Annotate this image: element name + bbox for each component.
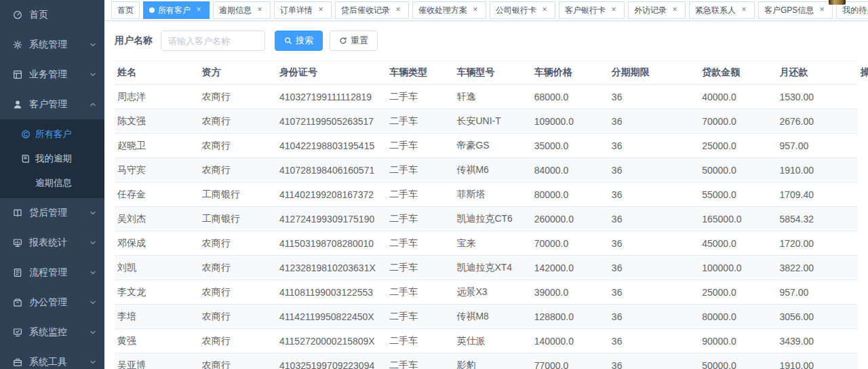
- cell-vehicle_price: 128800.0: [532, 305, 609, 329]
- tab-label: 催收处理方案: [418, 5, 467, 16]
- office-icon: [12, 297, 23, 308]
- cell-term: 36: [609, 158, 699, 182]
- cell-loan_amount: 80000.0: [699, 305, 776, 329]
- sidebar-item[interactable]: 办公管理: [0, 288, 104, 317]
- cell-vehicle_model: 凯迪拉克XT4: [454, 256, 531, 280]
- cell-loan_amount: 25000.0: [699, 280, 776, 305]
- tab[interactable]: 贷后催收记录×: [335, 1, 409, 19]
- sidebar-item[interactable]: 所有客户: [0, 122, 104, 147]
- openbook-icon: [12, 208, 23, 218]
- cell-name: 陈文强: [115, 109, 199, 134]
- tab[interactable]: 逾期信息×: [213, 1, 271, 19]
- cell-vehicle_price: 260000.0: [532, 207, 609, 231]
- sidebar-submenu: 所有客户我的逾期逾期信息: [0, 119, 104, 198]
- tab-label: 公司银行卡: [496, 5, 536, 16]
- tab[interactable]: 客户银行卡×: [559, 1, 625, 19]
- close-icon[interactable]: ×: [255, 5, 264, 15]
- tab[interactable]: 紧急联系人×: [689, 1, 755, 19]
- cell-id_number: 411503198708280010: [277, 231, 387, 256]
- sidebar-item-label: 报表统计: [29, 237, 67, 249]
- tab-label: 客户GPS信息: [764, 5, 814, 16]
- tab[interactable]: 订单详情×: [274, 1, 332, 19]
- column-header: 贷款金额: [699, 61, 776, 85]
- home-icon: [12, 9, 23, 20]
- tab[interactable]: 首页: [111, 1, 140, 19]
- close-icon[interactable]: ×: [739, 5, 749, 15]
- cell-vehicle_price: 84000.0: [532, 158, 609, 182]
- sidebar-item[interactable]: 客户管理: [0, 90, 104, 119]
- cell-term: 36: [609, 207, 699, 231]
- cell-funder: 农商行: [199, 231, 277, 256]
- cell-vehicle_type: 二手车: [387, 329, 454, 353]
- cell-id_number: 41142119950822450X: [277, 305, 387, 329]
- chevron-down-icon: [90, 299, 96, 306]
- cell-term: 36: [609, 109, 699, 134]
- close-icon[interactable]: ×: [670, 5, 679, 15]
- close-icon[interactable]: ×: [393, 5, 403, 15]
- cell-monthly_payment: 1530.00: [776, 85, 858, 109]
- cell-funder: 农商行: [199, 305, 277, 329]
- sidebar-item[interactable]: 我的逾期: [0, 147, 104, 171]
- customer-table: 姓名资方身份证号车辆类型车辆型号车辆价格分期期限贷款金额月还款操作 周志洋农商行…: [115, 60, 858, 369]
- cell-vehicle_model: 影豹: [454, 353, 531, 369]
- cell-vehicle_price: 80000.0: [532, 182, 609, 207]
- sidebar: 首页系统管理业务管理客户管理所有客户我的逾期逾期信息贷后管理报表统计流程管理办公…: [0, 0, 104, 369]
- tab[interactable]: 催收处理方案×: [412, 1, 486, 19]
- cell-term: 36: [609, 329, 699, 353]
- close-icon[interactable]: ×: [817, 5, 827, 15]
- sidebar-item[interactable]: 系统管理: [0, 30, 104, 60]
- sidebar-item-label: 我的逾期: [35, 153, 72, 165]
- cell-term: 36: [609, 280, 699, 305]
- sidebar-item-label: 贷后管理: [29, 207, 67, 219]
- cell-monthly_payment: 957.00: [776, 134, 858, 158]
- table-row: 刘凯农商行41232819810203631X二手车凯迪拉克XT4142000.…: [115, 256, 858, 280]
- sidebar-item[interactable]: 报表统计: [0, 228, 104, 258]
- sidebar-item[interactable]: 系统工具: [0, 347, 104, 369]
- tab-label: 首页: [117, 5, 134, 16]
- column-header: 姓名: [115, 61, 199, 85]
- sidebar-item[interactable]: 逾期信息: [0, 171, 104, 195]
- search-form: 用户名称 搜索 重置: [115, 31, 858, 51]
- close-icon[interactable]: ×: [540, 5, 549, 15]
- table-row: 李培农商行41142119950822450X二手车传祺M8128800.036…: [115, 305, 858, 329]
- sidebar-item[interactable]: 首页: [0, 0, 104, 30]
- cell-id_number: 41232819810203631X: [277, 256, 387, 280]
- cell-vehicle_model: 长安UNI-T: [454, 109, 531, 134]
- cell-id_number: 411081199003122553: [277, 280, 387, 305]
- close-icon[interactable]: ×: [471, 5, 480, 15]
- tab[interactable]: 所有客户×: [143, 1, 210, 19]
- chevron-down-icon: [90, 329, 96, 336]
- icon-placeholder: [21, 178, 31, 188]
- sidebar-item[interactable]: 贷后管理: [0, 198, 104, 228]
- cell-monthly_payment: 3822.00: [776, 256, 858, 280]
- process-icon: [12, 267, 23, 278]
- tab-label: 客户银行卡: [565, 5, 606, 16]
- monitor-icon: [12, 327, 23, 338]
- tool-icon: [12, 357, 23, 368]
- sidebar-item[interactable]: 系统监控: [0, 317, 104, 347]
- cell-vehicle_price: 70000.0: [532, 231, 609, 256]
- close-icon[interactable]: ×: [194, 5, 203, 15]
- cell-vehicle_type: 二手车: [387, 109, 454, 134]
- cell-vehicle_type: 二手车: [387, 353, 454, 369]
- sidebar-item[interactable]: 业务管理: [0, 60, 104, 90]
- close-icon[interactable]: ×: [316, 5, 326, 15]
- tab-bar: 首页所有客户×逾期信息×订单详情×贷后催收记录×催收处理方案×公司银行卡×客户银…: [104, 0, 868, 21]
- tab[interactable]: 客户GPS信息×: [758, 1, 833, 19]
- tab-label: 订单详情: [280, 5, 313, 16]
- tab[interactable]: 外访记录×: [628, 1, 686, 19]
- book-icon: [21, 154, 31, 163]
- cell-vehicle_price: 39000.0: [532, 280, 609, 305]
- cell-vehicle_model: 帝豪GS: [454, 134, 531, 158]
- reset-button[interactable]: 重置: [330, 31, 378, 51]
- close-icon[interactable]: ×: [609, 5, 618, 15]
- cell-id_number: 411402199208167372: [277, 182, 387, 207]
- search-input[interactable]: [161, 31, 265, 51]
- avatar-fragment[interactable]: [829, 0, 846, 5]
- tab[interactable]: 公司银行卡×: [490, 1, 555, 19]
- sidebar-item[interactable]: 流程管理: [0, 258, 104, 288]
- cell-vehicle_model: 远景X3: [454, 280, 531, 305]
- search-button[interactable]: 搜索: [275, 31, 323, 51]
- search-label: 用户名称: [115, 35, 153, 47]
- cell-name: 李培: [115, 305, 199, 329]
